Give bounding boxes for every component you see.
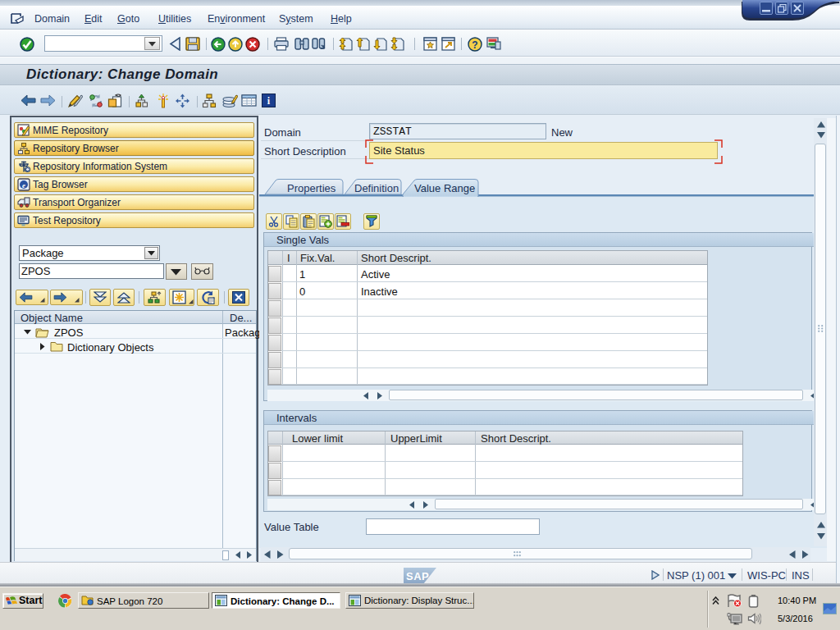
svg-text:SAP: SAP	[406, 570, 429, 582]
svg-text:?: ?	[472, 39, 477, 51]
svg-text:e: e	[22, 181, 25, 189]
